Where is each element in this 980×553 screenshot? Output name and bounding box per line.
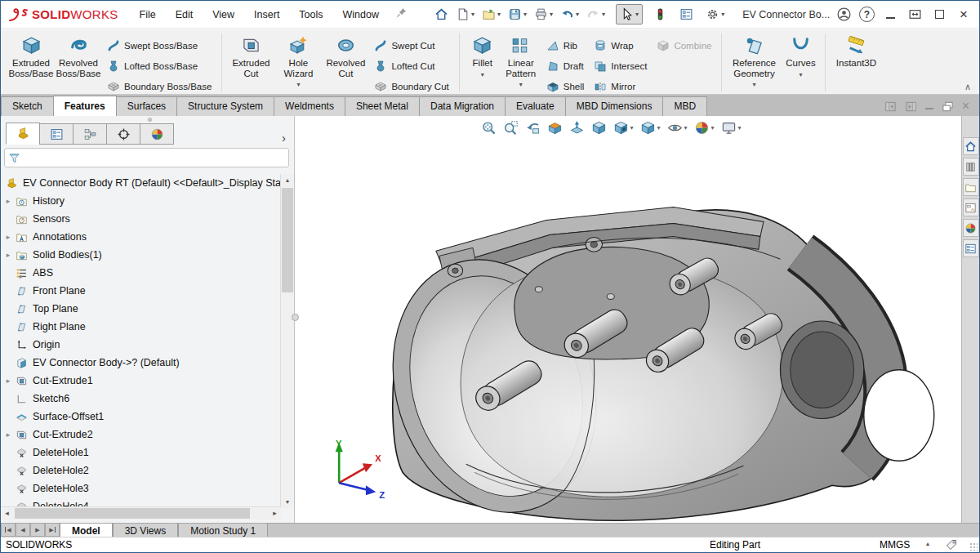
ribbon-collapse-icon[interactable]: ∧ [964, 82, 971, 92]
previous-view-button[interactable] [522, 118, 542, 137]
resize-panes-button[interactable] [906, 7, 924, 23]
maximize-button[interactable] [930, 7, 948, 23]
tree-item-origin[interactable]: Origin [1, 336, 281, 354]
dropdown-arrow-icon[interactable]: ▾ [519, 81, 523, 88]
home-button[interactable] [431, 5, 452, 24]
tree-item-deletehole3[interactable]: DeleteHole3 [1, 479, 281, 497]
rib-button[interactable]: Rib [541, 35, 590, 56]
options-button[interactable]: ▾ [702, 5, 728, 24]
menu-file[interactable]: File [131, 5, 164, 25]
boundary-boss-base-button[interactable]: Boundary Boss/Base [102, 76, 216, 96]
draft-button[interactable]: Draft [541, 56, 590, 76]
tree-item-surface-offset1[interactable]: Surface-Offset1 [1, 408, 281, 426]
hide-show-items-button[interactable]: ▾ [664, 118, 689, 137]
edit-appearance-button[interactable]: ▾ [692, 118, 717, 137]
expand-arrow-icon[interactable]: ▸ [1, 197, 16, 205]
extruded-boss-base-button[interactable]: Extruded Boss/Base [7, 32, 55, 78]
custom-properties-button[interactable] [963, 239, 979, 257]
tree-item-solid-bodies[interactable]: ▸ Solid Bodies(1) [1, 246, 281, 264]
tree-item-front-plane[interactable]: Front Plane [1, 282, 281, 300]
display-style-button[interactable]: ▾ [637, 118, 662, 137]
isometric-view-button[interactable] [588, 118, 608, 137]
file-explorer-button[interactable] [963, 178, 979, 196]
dropdown-arrow-icon[interactable]: ▾ [635, 11, 639, 18]
swept-cut-button[interactable]: Swept Cut [369, 35, 453, 56]
instant3d-button[interactable]: Instant3D [831, 32, 881, 69]
panel-splitter-handle[interactable] [292, 314, 299, 321]
scroll-up-icon[interactable]: ▴ [281, 174, 294, 186]
tab-sheet-metal[interactable]: Sheet Metal [345, 96, 420, 116]
panel-chevron-icon[interactable]: › [277, 131, 291, 145]
mirror-button[interactable]: Mirror [589, 76, 652, 96]
scroll-right-icon[interactable]: ▸ [269, 507, 281, 520]
account-icon[interactable] [835, 7, 853, 23]
select-tool-button[interactable]: ▾ [616, 4, 643, 25]
curves-button[interactable]: Curves ▾ [781, 32, 820, 78]
tree-vertical-scrollbar[interactable]: ▴ ▾ [280, 174, 294, 508]
displaymanager-tab[interactable] [140, 123, 174, 145]
tab-features[interactable]: Features [53, 96, 117, 116]
configurationmanager-tab[interactable] [73, 123, 107, 145]
menu-insert[interactable]: Insert [246, 5, 287, 25]
boundary-cut-button[interactable]: Boundary Cut [369, 76, 453, 96]
dropdown-arrow-icon[interactable]: ▾ [296, 81, 300, 88]
section-view-button[interactable] [544, 118, 564, 137]
dropdown-arrow-icon[interactable]: ▾ [471, 11, 474, 18]
units-dropdown-icon[interactable]: ▴ [926, 540, 929, 547]
expand-arrow-icon[interactable]: ▸ [1, 251, 16, 259]
propertymanager-tab[interactable] [39, 123, 74, 145]
tree-item-cut-extrude2[interactable]: ▸ Cut-Extrude2 [1, 426, 281, 444]
lofted-boss-base-button[interactable]: Lofted Boss/Base [102, 56, 216, 76]
wrap-button[interactable]: Wrap [589, 35, 652, 56]
dropdown-arrow-icon[interactable]: ▾ [721, 11, 724, 18]
tree-item-sketch6[interactable]: Sketch6 [1, 390, 281, 408]
revolved-boss-base-button[interactable]: Revolved Boss/Base [55, 32, 102, 78]
doc-minimize-icon[interactable] [925, 103, 933, 109]
scroll-down-icon[interactable]: ▾ [281, 496, 294, 508]
tree-item-top-plane[interactable]: Top Plane [1, 300, 281, 318]
tab-weldments[interactable]: Weldments [274, 96, 345, 116]
tree-item-history[interactable]: ▸ History [1, 192, 281, 210]
doc-close-icon[interactable]: × [962, 100, 969, 113]
menu-edit[interactable]: Edit [167, 5, 202, 25]
tab-evaluate[interactable]: Evaluate [505, 96, 566, 116]
scrollbar-thumb[interactable] [15, 508, 250, 519]
tree-item-ev-connector-body[interactable]: EV Connector Body->? (Default) [1, 354, 281, 372]
tree-item-right-plane[interactable]: Right Plane [1, 318, 281, 336]
menu-view[interactable]: View [204, 5, 243, 25]
tag-icon[interactable] [945, 538, 958, 551]
tab-structure-system[interactable]: Structure System [176, 96, 274, 116]
view-orientation-button[interactable]: ▾ [610, 118, 635, 137]
tree-filter-input[interactable] [4, 148, 289, 167]
expand-arrow-icon[interactable]: ▸ [1, 377, 16, 385]
dropdown-arrow-icon[interactable]: ▾ [657, 124, 660, 132]
units-selector[interactable]: MMGS [880, 539, 910, 551]
solidworks-resources-button[interactable] [963, 137, 979, 155]
tree-root-item[interactable]: EV Connector Body RT (Default) <<Default… [1, 174, 281, 192]
fillet-button[interactable]: Fillet ▾ [465, 32, 501, 78]
menu-tools[interactable]: Tools [291, 5, 331, 25]
tree-item-deletehole2[interactable]: DeleteHole2 [1, 462, 281, 479]
featuremanager-tree-tab[interactable] [6, 123, 40, 145]
tree-horizontal-scrollbar[interactable]: ◂ ▸ [1, 506, 281, 520]
undo-button[interactable]: ▾ [557, 5, 582, 24]
help-button[interactable]: ? [859, 7, 875, 22]
model-3d[interactable]: Y X Z [296, 116, 979, 523]
design-library-button[interactable] [963, 158, 979, 176]
zoom-to-fit-button[interactable] [478, 118, 498, 137]
minimize-button[interactable] [881, 7, 899, 23]
tree-item-abs-material[interactable]: ABS [1, 264, 281, 282]
dropdown-arrow-icon[interactable]: ▾ [481, 71, 484, 78]
tree-item-cut-extrude1[interactable]: ▸ Cut-Extrude1 [1, 372, 281, 390]
pin-menu-icon[interactable] [392, 7, 410, 22]
doc-restore-icon[interactable] [942, 100, 954, 113]
normal-to-button[interactable] [566, 118, 586, 137]
first-tab-button[interactable]: ◀ [1, 524, 16, 537]
intersect-button[interactable]: Intersect [589, 56, 652, 76]
tree-item-annotations[interactable]: ▸ Annotations [1, 228, 281, 246]
save-button[interactable]: ▾ [505, 5, 530, 24]
last-tab-button[interactable]: ▶ [45, 524, 60, 537]
tab-mbd-dimensions[interactable]: MBD Dimensions [565, 96, 664, 116]
view-palette-button[interactable] [963, 198, 979, 216]
view-settings-button[interactable]: ▾ [719, 118, 744, 137]
